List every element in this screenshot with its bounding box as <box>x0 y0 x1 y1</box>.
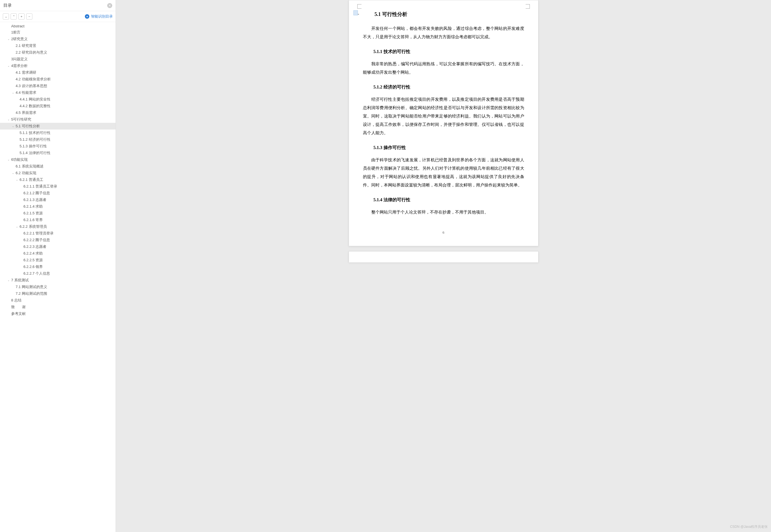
chevron-down-icon[interactable]: ⌄ <box>7 38 11 40</box>
toc-item[interactable]: ⌄2研究意义 <box>0 36 116 42</box>
toc-item-label: 参考文献 <box>11 311 113 316</box>
toc-item[interactable]: ⌄4需求分析 <box>0 63 116 69</box>
toc-item[interactable]: 7.1 网站测试的意义 <box>0 284 116 290</box>
toc-item[interactable]: 6.2.1.6 寄养 <box>0 217 116 223</box>
toc-item[interactable]: 致 谢 <box>0 304 116 310</box>
toc-item[interactable]: 6.2.1.5 资源 <box>0 210 116 217</box>
toc-item[interactable]: 7.2 网站测试的范围 <box>0 290 116 297</box>
toc-item[interactable]: 4.4.1 网站的安全性 <box>0 96 116 103</box>
toc-item[interactable]: 1前言 <box>0 29 116 36</box>
chevron-down-icon[interactable]: ⌄ <box>15 225 19 228</box>
toc-item-label: 5可行性研究 <box>11 117 113 122</box>
toc-item-label: 5.1 可行性分析 <box>16 124 113 129</box>
toc-item[interactable]: 5.1.2 经济的可行性 <box>0 136 116 143</box>
toc-item[interactable]: 6.2.2.4 求助 <box>0 250 116 257</box>
collapse-all-button[interactable]: − <box>26 13 32 20</box>
toc-item-label: 致 谢 <box>11 305 113 310</box>
heading-5-1-4: 5.1.4 法律的可行性 <box>373 197 524 203</box>
toc-item-label: 6.1 系统实现概述 <box>16 164 113 169</box>
chevron-down-icon[interactable]: ⌄ <box>11 91 15 94</box>
toc-item-label: 6.2.2.6 领养 <box>23 264 113 269</box>
toc-item[interactable]: 3问题定义 <box>0 56 116 63</box>
chevron-down-icon[interactable]: ⌄ <box>15 178 19 181</box>
toc-item-label: 5.1.1 技术的可行性 <box>20 130 113 135</box>
sidebar-header: 目录 ✕ <box>0 0 116 11</box>
heading-5-1-3: 5.1.3 操作可行性 <box>373 145 524 151</box>
toc-item-label: 7 系统测试 <box>11 278 113 283</box>
toc-item[interactable]: 6.2.2.3 志愿者 <box>0 243 116 250</box>
toc-item[interactable]: 2.2 研究目的与意义 <box>0 49 116 56</box>
toc-item[interactable]: 6.2.1.2 圈子信息 <box>0 190 116 196</box>
paragraph: 由于科学技术的飞速发展，计算机已经普及到世界的各个方面，这就为网站使用人员在硬件… <box>363 156 524 189</box>
toc-item[interactable]: 5.1.4 法律的可行性 <box>0 150 116 156</box>
toc-item-label: 7.1 网站测试的意义 <box>16 284 113 289</box>
toc-item[interactable]: ⌄6.2.2 系统管理员 <box>0 223 116 230</box>
toc-item-label: 6.2.2.4 求助 <box>23 251 113 256</box>
toc-item-label: 6功能实现 <box>11 157 113 162</box>
toc-item[interactable]: 6.2.2.1 管理员登录 <box>0 230 116 237</box>
collapse-up-button[interactable]: ⌃ <box>11 13 17 20</box>
close-icon[interactable]: ✕ <box>107 3 112 8</box>
toc-item[interactable]: 4.1 需求调研 <box>0 69 116 76</box>
page-note-icon[interactable] <box>353 10 358 15</box>
chevron-down-icon[interactable]: ⌄ <box>7 158 11 161</box>
toc-item[interactable]: 6.2.2.2 圈子信息 <box>0 237 116 243</box>
toc-item-label: Abstract <box>11 24 113 28</box>
toc-item[interactable]: Abstract <box>0 23 116 29</box>
toc-item-label: 4需求分析 <box>11 63 113 68</box>
outline-sidebar: 目录 ✕ ⌄ ⌃ + − ✦ 智能识别目录 Abstract1前言⌄2研究意义2… <box>0 0 116 532</box>
toc-item-label: 6.2 功能实现 <box>16 171 113 176</box>
toc-item-label: 6.2.2.1 管理员登录 <box>23 231 113 236</box>
toc-item[interactable]: 8 总结 <box>0 297 116 304</box>
toc-item[interactable]: 6.1 系统实现概述 <box>0 163 116 170</box>
toc-item[interactable]: ⌄6功能实现 <box>0 156 116 163</box>
toc-item[interactable]: 4.2 功能模块需求分析 <box>0 76 116 83</box>
collapse-down-button[interactable]: ⌄ <box>3 13 9 20</box>
toc-item[interactable]: ⌄4.4 性能需求 <box>0 89 116 96</box>
toc-item-label: 6.2.1.2 圈子信息 <box>23 191 113 196</box>
paragraph: 我非常的熟悉，编写代码运用熟练，可以完全掌握所有的编写技巧。在技术方面，能够成功… <box>363 60 524 76</box>
toc-item[interactable]: ⌄6.2.1 普通员工 <box>0 176 116 183</box>
toc-item-label: 1前言 <box>11 30 113 35</box>
toc-item[interactable]: 4.4.2 数据的完整性 <box>0 103 116 109</box>
smart-toc-button[interactable]: ✦ 智能识别目录 <box>85 14 113 19</box>
toc-item[interactable]: 6.2.1.4 求助 <box>0 203 116 210</box>
sidebar-title: 目录 <box>3 3 12 8</box>
toc-item-label: 8 总结 <box>11 298 113 303</box>
toc-item-label: 6.2.2 系统管理员 <box>20 224 113 229</box>
smart-toc-icon: ✦ <box>85 14 89 19</box>
chevron-down-icon[interactable]: ⌄ <box>11 172 15 174</box>
toc-item-label: 7.2 网站测试的范围 <box>16 291 113 296</box>
heading-5-1-1: 5.1.1 技术的可行性 <box>373 49 524 55</box>
toc-item-label: 4.1 需求调研 <box>16 70 113 75</box>
toc-item[interactable]: 4.5 界面需求 <box>0 109 116 116</box>
toc-item[interactable]: 参考文献 <box>0 310 116 317</box>
chevron-down-icon[interactable]: ⌄ <box>11 125 15 128</box>
toc-item-label: 6.2.1.6 寄养 <box>23 217 113 222</box>
toc-item[interactable]: 6.2.2.7 个人信息 <box>0 270 116 277</box>
toc-item[interactable]: ⌄7 系统测试 <box>0 277 116 284</box>
document-page: 5.1 可行性分析 开发任何一个网站，都会有开发失败的风险，通过综合考虑，整个网… <box>349 0 538 246</box>
toc-item[interactable]: 6.2.2.6 领养 <box>0 263 116 270</box>
toc-item[interactable]: ⌄5.1 可行性分析 <box>0 123 116 130</box>
toc-item[interactable]: ⌄6.2 功能实现 <box>0 170 116 176</box>
toc-item[interactable]: 5.1.1 技术的可行性 <box>0 130 116 136</box>
toc-item-label: 3问题定义 <box>11 57 113 62</box>
next-page-peek <box>349 251 538 262</box>
toc-item[interactable]: 6.2.1.1 普通员工登录 <box>0 183 116 190</box>
toc-item[interactable]: 6.2.2.5 资源 <box>0 257 116 263</box>
chevron-down-icon[interactable]: ⌄ <box>7 279 11 282</box>
expand-all-button[interactable]: + <box>18 13 25 20</box>
toc-item[interactable]: 5.1.3 操作可行性 <box>0 143 116 150</box>
toc-item[interactable]: ⌄5可行性研究 <box>0 116 116 123</box>
toc-item-label: 5.1.3 操作可行性 <box>20 144 113 149</box>
toc-tree[interactable]: Abstract1前言⌄2研究意义2.1 研究背景2.2 研究目的与意义3问题定… <box>0 22 116 532</box>
toc-item[interactable]: 4.3 设计的基本思想 <box>0 83 116 89</box>
chevron-down-icon[interactable]: ⌄ <box>7 118 11 121</box>
chevron-down-icon[interactable]: ⌄ <box>7 64 11 67</box>
paragraph: 整个网站只用于个人论文答辩，不存在抄袭，不用于其他项目。 <box>363 208 524 216</box>
document-viewport[interactable]: 5.1 可行性分析 开发任何一个网站，都会有开发失败的风险，通过综合考虑，整个网… <box>116 0 771 532</box>
toc-item[interactable]: 6.2.1.3 志愿者 <box>0 196 116 203</box>
toc-item[interactable]: 2.1 研究背景 <box>0 42 116 49</box>
toc-item-label: 6.2.2.2 圈子信息 <box>23 238 113 243</box>
